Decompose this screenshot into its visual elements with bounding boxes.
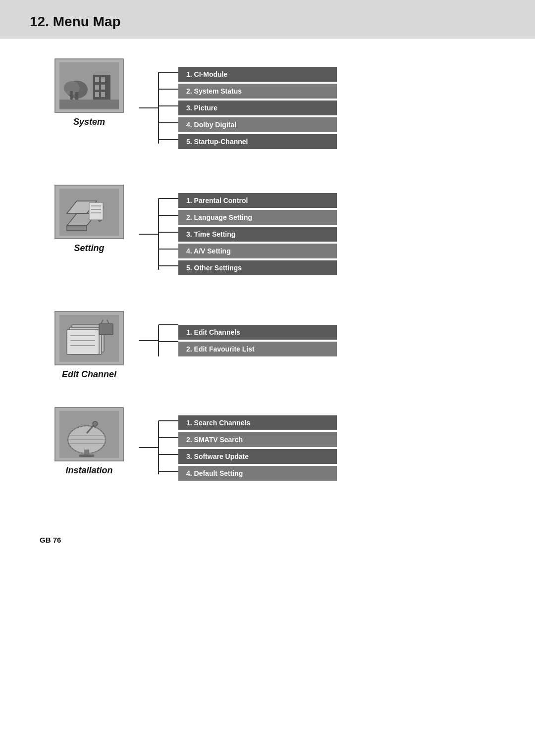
svg-rect-6: [95, 77, 99, 82]
system-connector: 1. CI-Module 2. System Status 3. Picture…: [139, 58, 337, 157]
main-content: System 1. CI-Module 2. System Status 3. …: [0, 58, 535, 489]
setting-icon: [54, 185, 124, 239]
system-icon-block: System: [40, 58, 139, 127]
edit-channel-menu-items: 1. Edit Channels 2. Edit Favourite List: [178, 325, 337, 356]
svg-rect-4: [70, 91, 73, 100]
list-item: 1. Edit Channels: [178, 325, 337, 340]
installation-label: Installation: [65, 465, 112, 476]
page-title: 12. Menu Map: [30, 14, 505, 30]
edit-channel-connector: 1. Edit Channels 2. Edit Favourite List: [139, 311, 337, 370]
list-item: 2. System Status: [178, 84, 337, 99]
list-item: 4. Dolby Digital: [178, 117, 337, 132]
list-item: 5. Other Settings: [178, 260, 337, 275]
edit-channel-section: Edit Channel 1. Edit Channels 2. Edit Fa…: [40, 311, 495, 380]
edit-channel-label: Edit Channel: [62, 369, 116, 380]
system-icon: [54, 58, 124, 113]
installation-icon-block: Installation: [40, 407, 139, 476]
setting-connector: 1. Parental Control 2. Language Setting …: [139, 185, 337, 284]
list-item: 2. Language Setting: [178, 210, 337, 225]
svg-rect-60: [79, 454, 94, 457]
setting-menu-items: 1. Parental Control 2. Language Setting …: [178, 193, 337, 275]
setting-icon-block: Setting: [40, 185, 139, 253]
installation-menu-items: 1. Search Channels 2. SMATV Search 3. So…: [178, 415, 337, 481]
installation-connector: 1. Search Channels 2. SMATV Search 3. So…: [139, 407, 337, 489]
list-item: 1. CI-Module: [178, 67, 337, 82]
svg-rect-9: [101, 85, 105, 90]
edit-channel-icon: [54, 311, 124, 365]
list-item: 4. Default Setting: [178, 466, 337, 481]
list-item: 1. Search Channels: [178, 415, 337, 430]
setting-section: Setting 1. Parental Control 2. Language …: [40, 185, 495, 284]
svg-rect-12: [59, 100, 119, 109]
setting-label: Setting: [74, 243, 105, 253]
svg-rect-10: [95, 92, 99, 97]
footer: GB 76: [0, 516, 535, 564]
svg-point-58: [93, 421, 98, 426]
svg-rect-8: [95, 85, 99, 90]
list-item: 3. Time Setting: [178, 227, 337, 242]
header-section: 12. Menu Map: [0, 0, 535, 39]
system-label: System: [73, 117, 105, 127]
edit-channel-icon-block: Edit Channel: [40, 311, 139, 380]
list-item: 3. Picture: [178, 101, 337, 115]
list-item: 3. Software Update: [178, 449, 337, 464]
list-item: 2. Edit Favourite List: [178, 342, 337, 356]
page-number: GB 76: [40, 536, 61, 544]
svg-rect-26: [89, 202, 103, 220]
svg-rect-40: [67, 330, 99, 354]
list-item: 1. Parental Control: [178, 193, 337, 208]
list-item: 2. SMATV Search: [178, 432, 337, 447]
svg-marker-22: [67, 226, 87, 231]
installation-section: Installation 1. Search Channels 2. SMATV…: [40, 407, 495, 489]
svg-rect-11: [101, 92, 105, 97]
list-item: 5. Startup-Channel: [178, 134, 337, 149]
list-item: 4. A/V Setting: [178, 244, 337, 258]
system-section: System 1. CI-Module 2. System Status 3. …: [40, 58, 495, 157]
svg-rect-44: [99, 324, 113, 335]
installation-icon: [54, 407, 124, 461]
system-menu-items: 1. CI-Module 2. System Status 3. Picture…: [178, 67, 337, 149]
svg-rect-7: [101, 77, 105, 82]
